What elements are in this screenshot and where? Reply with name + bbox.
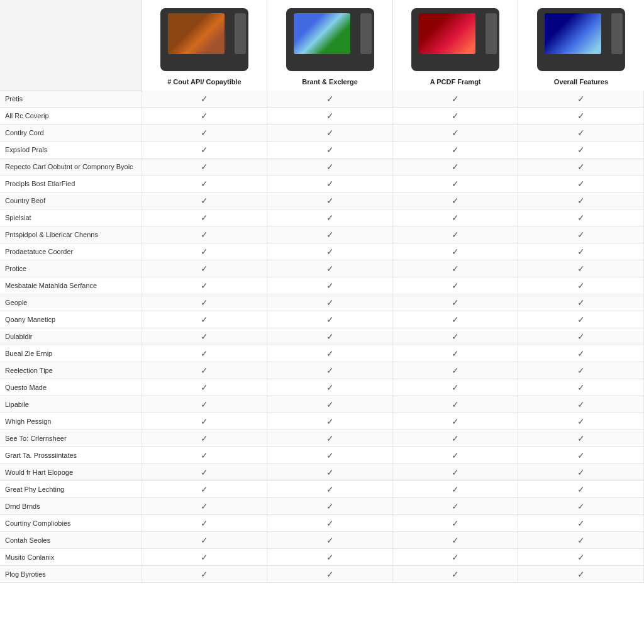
checkmark-icon: ✓ <box>452 433 459 443</box>
table-row: Qoany Maneticp✓✓✓✓ <box>0 311 644 328</box>
check-cell-row12-col2: ✓ <box>392 294 518 311</box>
check-cell-row21-col2: ✓ <box>392 447 518 464</box>
checkmark-icon: ✓ <box>326 247 334 257</box>
feature-name-text: Whigh Pessign <box>5 418 51 425</box>
feature-name-text: Pntspidpol & Libericar Chenns <box>5 231 98 238</box>
check-cell-row7-col3: ✓ <box>518 209 644 226</box>
feature-name-text: Bueal Zie Ernip <box>5 350 52 357</box>
device-header-2: Brant & Exclerge <box>267 0 393 91</box>
checkmark-icon: ✓ <box>326 365 334 375</box>
check-cell-row28-col0: ✓ <box>142 566 267 583</box>
check-cell-row2-col1: ✓ <box>267 125 393 142</box>
feature-name-text: Geople <box>5 299 27 306</box>
feature-name-cell: Pretis <box>0 91 142 108</box>
table-row: Contlry Cord✓✓✓✓ <box>0 125 644 142</box>
check-cell-row17-col1: ✓ <box>267 379 393 396</box>
checkmark-icon: ✓ <box>201 94 208 104</box>
check-cell-row24-col0: ✓ <box>142 498 267 515</box>
table-row: Pntspidpol & Libericar Chenns✓✓✓✓ <box>0 226 644 243</box>
checkmark-icon: ✓ <box>452 179 459 189</box>
device-header-3: A PCDF Framgt <box>392 0 518 91</box>
check-cell-row1-col0: ✓ <box>142 108 267 125</box>
feature-name-text: Great Phy Lechting <box>5 486 64 493</box>
feature-name-cell: Questo Made <box>0 379 142 396</box>
table-row: Bueal Zie Ernip✓✓✓✓ <box>0 345 644 362</box>
check-cell-row7-col0: ✓ <box>142 209 267 226</box>
checkmark-icon: ✓ <box>577 416 585 426</box>
checkmark-icon: ✓ <box>326 196 334 206</box>
checkmark-icon: ✓ <box>452 501 459 511</box>
feature-name-text: Courtiny Compliobies <box>5 519 71 527</box>
check-cell-row6-col1: ✓ <box>267 192 393 209</box>
checkmark-icon: ✓ <box>577 280 585 291</box>
device-header-4: Overall Features <box>518 0 644 91</box>
feature-name-cell: Musito Conlanix <box>0 549 142 566</box>
table-row: Plog Byroties✓✓✓✓ <box>0 566 644 583</box>
table-row: Geople✓✓✓✓ <box>0 294 644 311</box>
checkmark-icon: ✓ <box>577 569 585 579</box>
checkmark-icon: ✓ <box>201 230 208 240</box>
checkmark-icon: ✓ <box>201 314 208 325</box>
checkmark-icon: ✓ <box>201 145 208 155</box>
device-image-4 <box>521 5 641 74</box>
col3-label: A PCDF Framgt <box>396 78 516 86</box>
checkmark-icon: ✓ <box>201 128 208 138</box>
checkmark-icon: ✓ <box>577 230 585 240</box>
check-cell-row1-col3: ✓ <box>518 108 644 125</box>
table-row: Prodaetatuce Coorder✓✓✓✓ <box>0 243 644 260</box>
check-cell-row27-col2: ✓ <box>392 549 518 566</box>
device-screen-4 <box>545 13 601 54</box>
check-cell-row22-col2: ✓ <box>392 464 518 481</box>
header-row: # Cout API/ Copaytible Brant & Exclerge <box>0 0 644 91</box>
feature-name-cell: Spielsiat <box>0 209 142 226</box>
checkmark-icon: ✓ <box>201 535 208 545</box>
table-row: Courtiny Compliobies✓✓✓✓ <box>0 515 644 532</box>
feature-name-text: Expsiod Prals <box>5 146 47 153</box>
checkmark-icon: ✓ <box>452 331 459 341</box>
feature-name-cell: Whigh Pessign <box>0 413 142 430</box>
check-cell-row9-col3: ✓ <box>518 243 644 260</box>
checkmark-icon: ✓ <box>577 297 585 308</box>
checkmark-icon: ✓ <box>452 416 459 426</box>
checkmark-icon: ✓ <box>201 213 208 223</box>
checkmark-icon: ✓ <box>577 450 585 460</box>
check-cell-row20-col1: ✓ <box>267 430 393 447</box>
checkmark-icon: ✓ <box>452 382 459 392</box>
checkmark-icon: ✓ <box>326 416 334 426</box>
device-buttons-4 <box>611 13 623 54</box>
device-buttons-2 <box>360 13 372 54</box>
feature-name-cell: Procipls Bost EtlarFied <box>0 175 142 192</box>
table-row: Drnd Brnds✓✓✓✓ <box>0 498 644 515</box>
device-screen-3 <box>419 13 475 54</box>
check-cell-row2-col2: ✓ <box>392 125 518 142</box>
check-cell-row2-col0: ✓ <box>142 125 267 142</box>
check-cell-row13-col2: ✓ <box>392 311 518 328</box>
table-body: Pretis✓✓✓✓All Rc Coverip✓✓✓✓Contlry Cord… <box>0 91 644 583</box>
check-cell-row13-col1: ✓ <box>267 311 393 328</box>
checkmark-icon: ✓ <box>577 162 585 172</box>
checkmark-icon: ✓ <box>577 213 585 223</box>
checkmark-icon: ✓ <box>326 213 334 223</box>
checkmark-icon: ✓ <box>326 467 334 477</box>
feature-name-cell: Qoany Maneticp <box>0 311 142 328</box>
table-row: Pretis✓✓✓✓ <box>0 91 644 108</box>
check-cell-row27-col1: ✓ <box>267 549 393 566</box>
check-cell-row4-col0: ✓ <box>142 158 267 175</box>
table-row: Dulabldir✓✓✓✓ <box>0 328 644 345</box>
feature-name-text: Would fr Hart Elopoge <box>5 469 73 476</box>
table-row: Grart Ta. Prosssiintates✓✓✓✓ <box>0 447 644 464</box>
checkmark-icon: ✓ <box>577 382 585 392</box>
check-cell-row26-col0: ✓ <box>142 532 267 549</box>
check-cell-row21-col3: ✓ <box>518 447 644 464</box>
check-cell-row5-col2: ✓ <box>392 175 518 192</box>
check-cell-row7-col1: ✓ <box>267 209 393 226</box>
checkmark-icon: ✓ <box>577 467 585 477</box>
check-cell-row26-col1: ✓ <box>267 532 393 549</box>
device-image-1 <box>145 5 265 74</box>
feature-name-text: Questo Made <box>5 384 47 391</box>
checkmark-icon: ✓ <box>452 297 459 308</box>
check-cell-row22-col0: ✓ <box>142 464 267 481</box>
col4-label: Overall Features <box>521 78 641 86</box>
check-cell-row28-col2: ✓ <box>392 566 518 583</box>
device-body-3 <box>411 8 499 71</box>
